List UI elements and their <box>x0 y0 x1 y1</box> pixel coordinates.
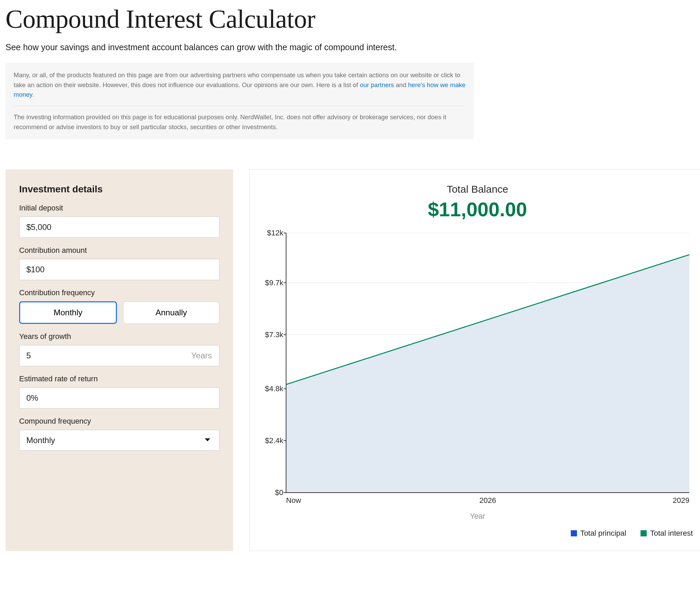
panel-title: Investment details <box>19 184 219 195</box>
y-tick: $4.8k <box>256 384 283 393</box>
x-tick: Now <box>286 496 301 505</box>
disclosure-text: . <box>32 91 34 98</box>
x-axis-label: Year <box>262 512 693 521</box>
y-tick: $7.3k <box>256 330 283 339</box>
chart-title: Total Balance <box>262 183 693 195</box>
y-tick: $9.7k <box>256 278 283 287</box>
initial-deposit-input[interactable] <box>19 217 219 238</box>
rate-of-return-input[interactable] <box>19 387 219 409</box>
legend-principal: Total principal <box>571 529 627 538</box>
contribution-amount-label: Contribution amount <box>19 246 219 255</box>
legend-swatch-icon <box>641 530 647 536</box>
chart-legend: Total principal Total interest <box>262 529 693 538</box>
chart-plot-area: $12k $9.7k $7.3k $4.8k $2.4k $0 Now 2026… <box>286 233 689 493</box>
compound-frequency-select[interactable]: Monthly <box>19 430 219 451</box>
initial-deposit-label: Initial deposit <box>19 204 219 213</box>
chart-panel: Total Balance $11,000.00 $12k $9.7k $7.3… <box>250 169 700 551</box>
page-title: Compound Interest Calculator <box>5 5 477 33</box>
disclosure-text: and <box>396 81 408 88</box>
frequency-annually-button[interactable]: Annually <box>123 301 219 324</box>
contribution-frequency-label: Contribution frequency <box>19 288 219 297</box>
contribution-amount-input[interactable] <box>19 259 219 280</box>
chart-svg <box>286 233 689 493</box>
partners-link[interactable]: our partners <box>360 81 394 88</box>
y-tick: $12k <box>256 229 283 237</box>
y-tick: $2.4k <box>256 436 283 445</box>
disclosure-paragraph-2: The investing information provided on th… <box>14 112 466 132</box>
disclosure-paragraph-1: Many, or all, of the products featured o… <box>14 70 466 100</box>
frequency-monthly-button[interactable]: Monthly <box>19 301 117 324</box>
years-of-growth-label: Years of growth <box>19 332 219 341</box>
divider <box>14 106 466 106</box>
years-of-growth-input[interactable] <box>19 345 219 366</box>
legend-interest: Total interest <box>641 529 693 538</box>
rate-of-return-label: Estimated rate of return <box>19 374 219 383</box>
x-tick: 2029 <box>673 496 689 505</box>
x-tick: 2026 <box>480 496 496 505</box>
legend-label: Total principal <box>580 529 627 538</box>
legend-label: Total interest <box>650 529 693 538</box>
investment-details-panel: Investment details Initial deposit Contr… <box>5 169 233 551</box>
y-tick: $0 <box>256 488 283 497</box>
legend-swatch-icon <box>571 530 577 536</box>
total-balance-value: $11,000.00 <box>262 198 693 221</box>
disclosure-box: Many, or all, of the products featured o… <box>5 63 474 139</box>
page-subhead: See how your savings and investment acco… <box>5 41 474 53</box>
svg-marker-5 <box>286 255 689 493</box>
compound-frequency-label: Compound frequency <box>19 417 219 426</box>
